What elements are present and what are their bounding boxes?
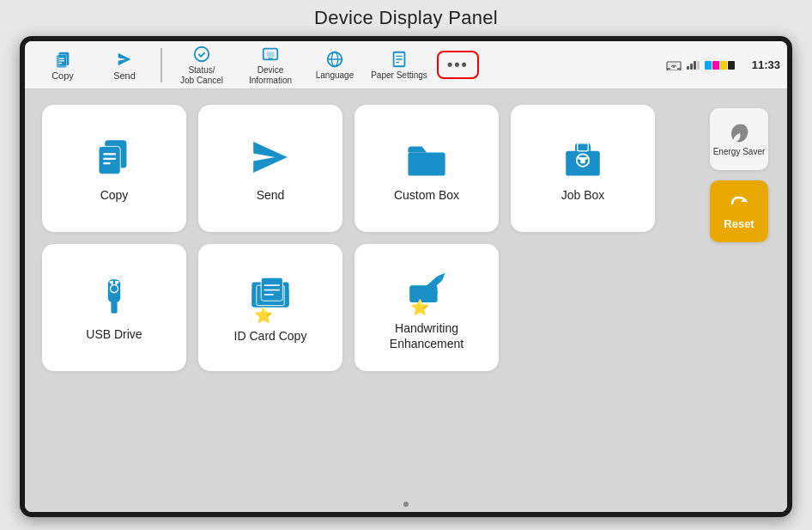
nav-copy[interactable]: Copy: [32, 41, 94, 89]
status-icon: [192, 45, 211, 64]
tile-custom-box-icon: [403, 134, 450, 180]
tile-id-card-copy[interactable]: ⭐ ID Card Copy: [198, 244, 342, 371]
svg-rect-10: [268, 58, 273, 59]
svg-rect-9: [266, 52, 274, 57]
tile-custom-box-label: Custom Box: [394, 187, 459, 203]
screen-cast-icon: [666, 60, 682, 70]
paper-settings-icon: [390, 50, 409, 69]
svg-point-38: [111, 284, 118, 292]
more-button[interactable]: •••: [437, 51, 479, 79]
svg-rect-42: [115, 281, 119, 283]
tile-copy-label: Copy: [100, 187, 129, 203]
nav-language-label: Language: [316, 70, 354, 80]
svg-point-7: [195, 46, 209, 61]
nav-divider: [161, 48, 162, 82]
app-row-1: Copy Send: [42, 105, 696, 232]
tile-send-icon: [247, 134, 294, 180]
device-info-icon: [261, 45, 280, 64]
svg-marker-6: [118, 52, 131, 65]
nav-paper-settings[interactable]: Paper Settings: [365, 41, 433, 89]
sidebar-right: Energy Saver Reset: [708, 105, 770, 486]
app-grid: Copy Send: [42, 105, 696, 486]
device-inner: Copy Send Status/Job Cancel: [25, 41, 787, 512]
page-title: Device Display Panel: [314, 7, 498, 29]
tile-job-box-icon: [560, 134, 606, 180]
tile-copy-icon: [91, 134, 137, 180]
reset-button[interactable]: Reset: [710, 180, 768, 242]
svg-rect-46: [261, 277, 282, 301]
nav-paper-settings-label: Paper Settings: [371, 70, 427, 81]
reset-icon: [729, 193, 749, 214]
svg-rect-54: [409, 291, 437, 294]
svg-rect-41: [110, 281, 114, 283]
signal-icons: [666, 60, 735, 70]
reset-label: Reset: [724, 217, 754, 230]
page-dot-1: [403, 502, 409, 507]
svg-marker-28: [253, 142, 288, 173]
tile-usb-label: USB Drive: [86, 326, 142, 342]
tile-handwriting-label: HandwritingEnhancement: [390, 320, 464, 351]
language-icon: [325, 50, 344, 69]
page-dots: [25, 498, 787, 512]
nav-send-label: Send: [113, 70, 136, 81]
tile-id-card-label: ID Card Copy: [234, 328, 307, 344]
energy-saver-button[interactable]: Energy Saver: [710, 108, 768, 170]
tile-copy[interactable]: Copy: [42, 105, 186, 232]
top-bar: Copy Send Status/Job Cancel: [25, 41, 787, 89]
svg-rect-32: [578, 143, 589, 151]
main-content: Copy Send: [25, 89, 787, 498]
svg-rect-35: [579, 157, 588, 160]
nav-language[interactable]: Language: [305, 41, 365, 89]
tile-handwriting[interactable]: ⭐ HandwritingEnhancement: [354, 244, 499, 371]
device-frame: Copy Send Status/Job Cancel: [20, 36, 792, 517]
tile-send[interactable]: Send: [198, 105, 342, 232]
nav-send[interactable]: Send: [94, 41, 155, 89]
copy-icon: [53, 50, 72, 69]
send-icon: [115, 50, 134, 69]
tile-send-label: Send: [257, 187, 285, 203]
nav-status[interactable]: Status/Job Cancel: [167, 41, 236, 89]
tile-job-box-label: Job Box: [561, 187, 605, 203]
tile-usb-icon: [91, 273, 137, 320]
top-nav: Copy Send Status/Job Cancel: [32, 41, 479, 89]
tile-usb-drive[interactable]: USB Drive: [42, 244, 186, 371]
svg-rect-37: [111, 301, 117, 313]
energy-saver-label: Energy Saver: [713, 147, 766, 157]
time-display: 11:33: [752, 58, 780, 71]
svg-rect-29: [408, 153, 445, 176]
nav-copy-label: Copy: [52, 70, 74, 81]
svg-rect-23: [99, 146, 120, 174]
top-bar-right: 11:33: [666, 58, 780, 71]
energy-saver-icon: [728, 121, 750, 143]
tile-custom-box[interactable]: Custom Box: [354, 105, 499, 232]
nav-device-info[interactable]: DeviceInformation: [236, 41, 305, 89]
app-row-2: USB Drive: [42, 244, 696, 371]
tile-job-box[interactable]: Job Box: [511, 105, 655, 232]
svg-point-21: [673, 66, 675, 68]
nav-status-label: Status/Job Cancel: [180, 65, 223, 86]
nav-device-info-label: DeviceInformation: [249, 65, 292, 86]
